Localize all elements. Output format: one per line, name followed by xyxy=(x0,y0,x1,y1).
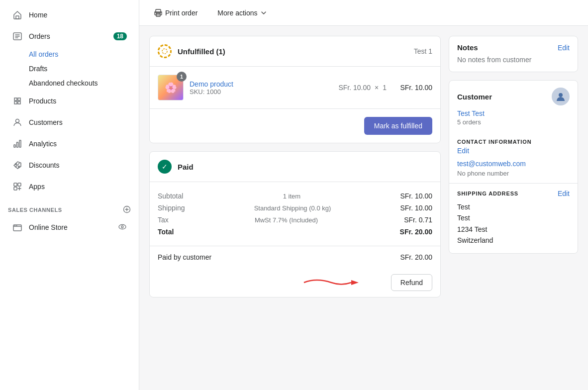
sidebar-item-label-discounts: Discounts xyxy=(29,161,59,169)
svg-rect-10 xyxy=(14,187,17,190)
paid-by-row: Paid by customer SFr. 20.00 xyxy=(150,246,440,268)
main-area: Print order More actions xyxy=(139,0,588,390)
svg-point-15 xyxy=(119,224,126,229)
total-value: SFr. 20.00 xyxy=(400,228,432,236)
customer-title: Customer xyxy=(457,93,492,101)
red-arrow xyxy=(301,275,361,290)
main-column: Unfulfilled (1) Test 1 🌸 1 Demo product … xyxy=(149,36,441,380)
sidebar-item-discounts[interactable]: Discounts xyxy=(4,155,135,176)
svg-point-22 xyxy=(559,93,563,97)
sidebar-item-analytics[interactable]: Analytics xyxy=(4,133,135,154)
shipping-header: SHIPPING ADDRESS Edit xyxy=(449,183,578,199)
customer-avatar xyxy=(552,88,570,105)
product-name-link[interactable]: Demo product xyxy=(190,80,233,88)
content-area: Unfulfilled (1) Test 1 🌸 1 Demo product … xyxy=(139,26,588,390)
notes-edit-link[interactable]: Edit xyxy=(558,44,570,52)
sidebar-item-label-apps: Apps xyxy=(29,183,45,191)
mark-fulfilled-row: Mark as fulfilled xyxy=(150,109,440,143)
product-price-info: SFr. 10.00 × 1 xyxy=(338,84,387,92)
svg-marker-21 xyxy=(351,280,359,285)
sidebar-item-products[interactable]: Products xyxy=(4,91,135,111)
print-order-label: Print order xyxy=(165,9,197,17)
refund-row: Refund xyxy=(150,268,440,297)
total-label: Total xyxy=(158,228,174,236)
sidebar-item-orders[interactable]: Orders 18 xyxy=(4,26,135,47)
sidebar-item-apps[interactable]: Apps xyxy=(4,176,135,197)
sidebar-sub-all-orders[interactable]: All orders xyxy=(4,47,135,61)
fulfillment-header: Unfulfilled (1) Test 1 xyxy=(150,36,440,67)
shipping-value: SFr. 10.00 xyxy=(400,204,432,212)
sidebar: Home Orders 18 All orders Drafts Abandon… xyxy=(0,0,139,390)
paid-icon: ✓ xyxy=(158,160,172,174)
address-line3: 1234 Test xyxy=(457,224,570,235)
product-info: Demo product SKU: 1000 xyxy=(190,80,332,96)
notes-title: Notes xyxy=(457,43,478,52)
products-icon xyxy=(12,96,23,106)
analytics-icon xyxy=(12,138,23,149)
product-sku: SKU: 1000 xyxy=(190,88,332,96)
svg-rect-8 xyxy=(14,183,17,186)
customer-orders: 5 orders xyxy=(457,118,570,126)
svg-point-14 xyxy=(16,225,17,226)
orders-icon xyxy=(12,31,23,42)
contact-info-label: CONTACT INFORMATION xyxy=(449,134,578,147)
sidebar-item-online-store[interactable]: Online Store xyxy=(4,217,135,238)
product-total: SFr. 10.00 xyxy=(400,84,432,92)
sidebar-item-label-analytics: Analytics xyxy=(29,140,57,148)
customer-body: Test Test 5 orders xyxy=(449,105,578,134)
chevron-down-icon xyxy=(261,10,267,16)
contact-email[interactable]: test@customweb.com xyxy=(449,158,578,170)
sidebar-sub-abandoned[interactable]: Abandoned checkouts xyxy=(4,76,135,90)
contact-phone: No phone number xyxy=(449,170,578,183)
shipping-address-label: SHIPPING ADDRESS xyxy=(457,191,518,196)
svg-point-16 xyxy=(121,226,123,228)
discounts-icon xyxy=(12,160,23,171)
apps-icon xyxy=(12,181,23,192)
product-image-wrap: 🌸 1 xyxy=(158,75,184,100)
total-row: Total SFr. 20.00 xyxy=(158,226,432,238)
subtotal-row: Subtotal 1 item SFr. 10.00 xyxy=(158,190,432,202)
subtotal-label: Subtotal xyxy=(158,192,183,200)
top-bar: Print order More actions xyxy=(139,0,588,26)
payment-details: Subtotal 1 item SFr. 10.00 Shipping Stan… xyxy=(150,182,440,246)
notes-body: No notes from customer xyxy=(449,52,578,72)
paid-by-label: Paid by customer xyxy=(158,253,211,261)
shipping-method: Standard Shipping (0.0 kg) xyxy=(254,204,331,212)
product-row: 🌸 1 Demo product SKU: 1000 SFr. 10.00 × … xyxy=(150,67,440,109)
svg-rect-3 xyxy=(14,145,15,147)
shipping-edit-link[interactable]: Edit xyxy=(558,190,570,197)
sidebar-item-label-customers: Customers xyxy=(29,118,63,126)
sidebar-item-customers[interactable]: Customers xyxy=(4,112,135,133)
orders-badge: 18 xyxy=(113,32,127,40)
fulfillment-card: Unfulfilled (1) Test 1 🌸 1 Demo product … xyxy=(149,36,441,143)
refund-button[interactable]: Refund xyxy=(391,274,432,291)
tax-label: Tax xyxy=(158,216,169,224)
product-price-x: × xyxy=(375,84,379,92)
tax-row: Tax MwSt 7.7% (Included) SFr. 0.71 xyxy=(158,214,432,226)
svg-point-2 xyxy=(16,119,19,123)
product-price: SFr. 10.00 xyxy=(338,84,371,92)
sidebar-item-home[interactable]: Home xyxy=(4,4,135,25)
customer-header: Customer xyxy=(449,81,578,105)
sidebar-sub-drafts[interactable]: Drafts xyxy=(4,62,135,76)
customers-icon xyxy=(12,117,23,128)
tax-value: SFr. 0.71 xyxy=(404,216,432,224)
mark-fulfilled-button[interactable]: Mark as fulfilled xyxy=(364,117,432,135)
contact-edit-link[interactable]: Edit xyxy=(449,147,578,155)
customer-name[interactable]: Test Test xyxy=(457,109,570,117)
online-store-icon xyxy=(12,222,23,233)
svg-rect-17 xyxy=(156,9,161,13)
online-store-visibility-icon[interactable] xyxy=(118,222,127,233)
svg-point-20 xyxy=(162,49,167,54)
print-order-button[interactable]: Print order xyxy=(149,6,202,20)
subtotal-qty: 1 item xyxy=(283,193,300,200)
paid-header: ✓ Paid xyxy=(150,152,440,182)
svg-point-19 xyxy=(160,12,161,13)
more-actions-button[interactable]: More actions xyxy=(212,6,271,20)
side-column: Notes Edit No notes from customer Custom… xyxy=(449,36,578,380)
sidebar-item-label-home: Home xyxy=(29,11,47,19)
product-qty-badge: 1 xyxy=(177,72,187,82)
notes-header: Notes Edit xyxy=(449,36,578,52)
add-sales-channel-icon[interactable] xyxy=(123,205,131,214)
customer-card: Customer Test Test 5 orders CONTACT INFO… xyxy=(449,80,578,254)
